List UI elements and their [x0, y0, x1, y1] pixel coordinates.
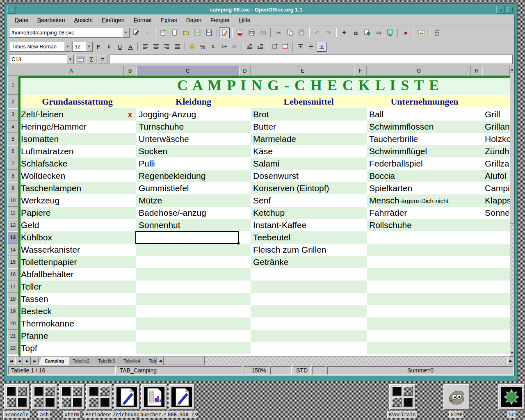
cell-C12[interactable]: Sonnenhut [136, 219, 239, 231]
desktop-icon-xterm[interactable]: xterm [58, 384, 85, 418]
cell-G9[interactable]: Spielkarten [367, 182, 471, 194]
cell-A12[interactable]: Geld [18, 219, 124, 231]
cell-G4[interactable]: Schwimmflossen [367, 121, 471, 133]
cell-F14[interactable] [354, 244, 367, 256]
cell-B18[interactable] [124, 293, 136, 305]
x11-app-icon[interactable] [59, 384, 85, 410]
font-name-combobox[interactable]: Times New Roman ▼ [9, 42, 71, 52]
align-vcenter-icon[interactable] [306, 42, 316, 52]
cell-A14[interactable]: Wasserkanister [18, 244, 124, 256]
record-macro-icon[interactable]: ● [400, 27, 411, 38]
new-doc-icon[interactable] [169, 27, 180, 38]
cell-E18[interactable] [251, 293, 354, 305]
print-preview-icon[interactable] [258, 27, 268, 38]
cell-F9[interactable] [354, 182, 367, 194]
status-mode[interactable]: STD [293, 366, 311, 374]
cell-H9[interactable] [471, 182, 482, 194]
borders-icon[interactable] [270, 42, 280, 52]
cell-E17[interactable] [251, 281, 354, 293]
cell-A6[interactable]: Luftmatratzen [18, 145, 124, 158]
x11-app-icon[interactable] [86, 384, 112, 410]
row-header-7[interactable]: 7 [7, 158, 18, 170]
align-top-icon[interactable] [295, 42, 305, 52]
cell-C11[interactable]: Badehose/-anzug [136, 207, 239, 219]
cell-B5[interactable] [124, 133, 136, 145]
cell-B11[interactable] [124, 207, 136, 219]
column-header-H[interactable]: H [471, 66, 482, 76]
font-name-field[interactable]: Times New Roman [9, 42, 64, 52]
cell-F22[interactable] [354, 342, 367, 354]
cell-H13[interactable] [471, 231, 482, 244]
cell-A20[interactable]: Thermokanne [18, 317, 124, 330]
cell-A4[interactable]: Heringe/Hammer [18, 121, 124, 133]
cell-F11[interactable] [354, 207, 367, 219]
cell-B3[interactable]: x [124, 108, 136, 121]
cell-G5[interactable]: Taucherbrille [367, 133, 471, 145]
navigator-icon[interactable]: ✦ [339, 27, 349, 38]
cell-C14[interactable] [136, 244, 239, 256]
row-header-16[interactable]: 16 [7, 268, 18, 281]
cell-E21[interactable] [251, 330, 354, 342]
cell-D17[interactable] [239, 281, 251, 293]
row-header-11[interactable]: 11 [7, 207, 18, 219]
cell-I20[interactable] [482, 317, 510, 330]
cell-A5[interactable]: Isomatten [18, 133, 124, 145]
gallery-people-icon[interactable] [350, 27, 361, 38]
cell-C16[interactable] [136, 268, 239, 281]
cell-G8[interactable]: Boccia [367, 170, 471, 182]
row-header-4[interactable]: 4 [7, 121, 18, 133]
cell-G7[interactable]: Federballspiel [367, 158, 471, 170]
edit-file-icon[interactable] [219, 27, 230, 38]
cell-reference-box[interactable]: C13 ▼ [9, 55, 74, 64]
scroll-down-icon[interactable]: ▼ [510, 349, 514, 356]
menu-ansicht[interactable]: Ansicht [70, 16, 97, 25]
row-header-14[interactable]: 14 [7, 244, 18, 256]
font-color-button[interactable]: A [126, 42, 135, 52]
cell-C15[interactable] [136, 256, 239, 268]
desktop-icon-gimp[interactable]: GIMP [443, 384, 470, 418]
stop-icon[interactable]: ● [142, 27, 153, 38]
cell-D18[interactable] [239, 293, 251, 305]
cell-C4[interactable]: Turnschuhe [136, 121, 239, 133]
font-name-dropdown-icon[interactable]: ▼ [64, 42, 71, 52]
cell-B8[interactable] [124, 170, 136, 182]
cell-D7[interactable] [239, 158, 251, 170]
cell-C9[interactable]: Gummistiefel [136, 182, 239, 194]
column-header-C[interactable]: C [136, 66, 239, 76]
cell-D20[interactable] [239, 317, 251, 330]
cell-D10[interactable] [239, 194, 251, 207]
column-header-A[interactable]: A [18, 66, 124, 76]
cell-D14[interactable] [239, 244, 251, 256]
cell-D3[interactable] [239, 108, 251, 121]
cell-D21[interactable] [239, 330, 251, 342]
cell-E7[interactable]: Salami [251, 158, 354, 170]
cell-E4[interactable]: Butter [251, 121, 354, 133]
first-sheet-icon[interactable]: |◀ [7, 357, 15, 365]
last-sheet-icon[interactable]: ▶| [31, 357, 39, 365]
x11-app-icon[interactable] [4, 384, 30, 410]
column-header-D[interactable]: D [239, 66, 251, 76]
cell-G22[interactable] [367, 342, 471, 354]
cell-G19[interactable] [367, 305, 471, 317]
cell-I19[interactable] [482, 305, 510, 317]
cell-cursor[interactable] [135, 231, 239, 244]
column-header-G[interactable]: G [367, 66, 471, 76]
redo-icon[interactable]: ↷ [323, 27, 334, 38]
vertical-scroll-thumb[interactable] [510, 73, 514, 224]
cell-D11[interactable] [239, 207, 251, 219]
cell-B13[interactable] [124, 231, 136, 244]
cell-I14[interactable] [482, 244, 510, 256]
background-color-icon[interactable] [281, 42, 290, 52]
cell-E19[interactable] [251, 305, 354, 317]
cell-H17[interactable] [471, 281, 482, 293]
cell-B17[interactable] [124, 281, 136, 293]
cell-cursor-handle[interactable] [237, 242, 240, 244]
cell-H4[interactable] [471, 121, 482, 133]
desktop-icon-buecher-sd[interactable]: buecher.sd [141, 384, 168, 418]
cell-I21[interactable] [482, 330, 510, 342]
desktop-icon-kvoctrain[interactable]: KVocTrain [389, 384, 416, 418]
cell-I8[interactable]: Alufol [482, 170, 510, 182]
cell-C8[interactable]: Regenbekleidung [136, 170, 239, 182]
cell-C6[interactable]: Socken [136, 145, 239, 158]
cell-G6[interactable]: Schwimmflügel [367, 145, 471, 158]
